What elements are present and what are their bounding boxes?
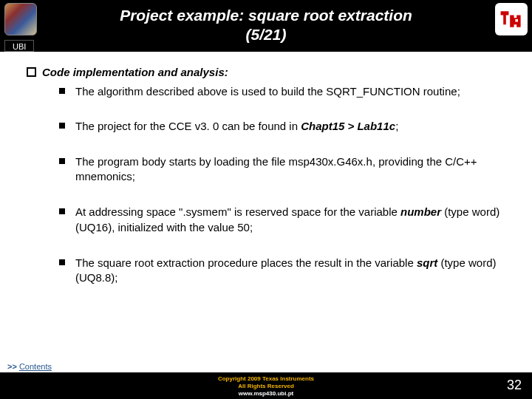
slide-header: Project example: square root extraction … xyxy=(0,0,532,52)
bullet-text: The program body starts by loading the f… xyxy=(75,155,477,183)
website-url: www.msp430.ubi.pt xyxy=(218,390,314,398)
copyright-line-1: Copyright 2009 Texas Instruments xyxy=(218,375,314,383)
ubi-crest-logo xyxy=(4,3,37,35)
bullet-item-2: The project for the CCE v3. 0 can be fou… xyxy=(59,119,508,134)
bullet-item-3: The program body starts by loading the f… xyxy=(59,154,508,185)
bullet-text: At addressing space ".sysmem" is reserve… xyxy=(75,205,400,218)
contents-label: Contents xyxy=(19,362,52,371)
slide-footer: Copyright 2009 Texas Instruments All Rig… xyxy=(0,372,532,399)
bullet-text: ; xyxy=(395,120,398,132)
ti-logo xyxy=(495,3,528,35)
square-bullet-icon xyxy=(27,67,36,77)
square-bullet-icon xyxy=(59,123,65,129)
bullet-text: The square root extraction procedure pla… xyxy=(75,256,417,269)
bullet-strong: Chapt15 > Lab11c xyxy=(301,120,395,132)
bullet-text: The project for the CCE v3. 0 can be fou… xyxy=(75,120,301,132)
square-bullet-icon xyxy=(59,259,65,265)
title-line-1: Project example: square root extraction xyxy=(120,7,412,24)
heading-text: Code implementation and analysis: xyxy=(42,66,228,78)
bullet-strong: number xyxy=(400,205,441,218)
square-bullet-icon xyxy=(59,208,65,214)
bullet-item-1: The algorithm described above is used to… xyxy=(59,84,508,99)
bullet-item-4: At addressing space ".sysmem" is reserve… xyxy=(59,205,508,235)
bullet-strong: sqrt xyxy=(417,256,437,269)
title-line-2: (5/21) xyxy=(246,26,287,43)
slide-content: Code implementation and analysis: The al… xyxy=(0,52,532,285)
copyright-line-2: All Rights Reserved xyxy=(218,383,314,390)
square-bullet-icon xyxy=(59,88,65,94)
slide-title: Project example: square root extraction … xyxy=(37,6,495,45)
ubi-label: UBI xyxy=(4,40,34,52)
page-number: 32 xyxy=(507,378,522,393)
contents-link[interactable]: >> Contents xyxy=(7,362,52,371)
copyright-block: Copyright 2009 Texas Instruments All Rig… xyxy=(218,375,314,398)
square-bullet-icon xyxy=(59,158,65,164)
bullet-text: The algorithm described above is used to… xyxy=(75,85,460,98)
bullet-heading: Code implementation and analysis: xyxy=(27,65,508,80)
arrow-icon: >> xyxy=(7,362,17,371)
bullet-item-5: The square root extraction procedure pla… xyxy=(59,256,508,286)
